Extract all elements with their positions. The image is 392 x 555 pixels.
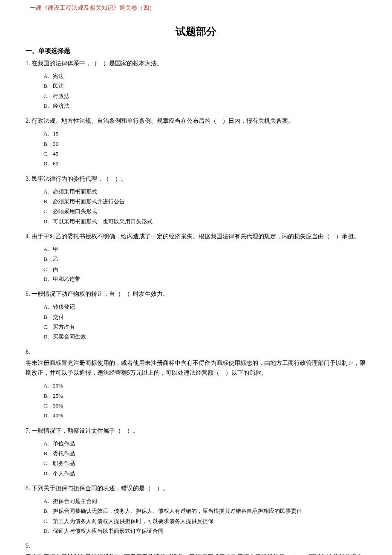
option-item: B.民法 <box>43 81 366 91</box>
option-label: D. <box>43 332 53 341</box>
option-label: D. <box>43 217 53 226</box>
option-label: C. <box>43 401 53 410</box>
option-item: D.40% <box>43 410 366 420</box>
option-text: 必须采用书面形式并进行公告 <box>53 198 125 205</box>
option-item: B.乙 <box>43 254 366 264</box>
option-item: B.25% <box>43 391 366 401</box>
option-text: 保证人与债权人应当以书面形式订立保证合同 <box>53 528 164 534</box>
option-label: D. <box>43 101 53 111</box>
option-text: 乙 <box>53 256 58 262</box>
option-label: B. <box>43 448 53 458</box>
question-text: 甲市政工程公司计划向乙银行贷款300万元用于购置机械设备，乙银行要求甲市政工程公… <box>26 552 366 555</box>
option-label: D. <box>43 468 53 478</box>
option-label: A. <box>43 244 53 254</box>
option-text: 买卖合同生效 <box>53 333 86 340</box>
option-item: B.30 <box>43 139 366 149</box>
option-item: C.职务作品 <box>43 458 366 468</box>
option-label: C. <box>43 149 53 159</box>
option-item: A.宪法 <box>43 71 366 81</box>
option-item: D.经济法 <box>43 101 366 111</box>
option-item: A.15 <box>43 129 366 139</box>
question-text: 将未注册商标冒充注册商标使用的，或者使用未注册商标中含有不得作为商标使用标志的，… <box>26 358 366 379</box>
option-label: B. <box>43 81 53 91</box>
options-list: A.转移登记B.交付C.买方占有D.买卖合同生效 <box>26 302 366 342</box>
option-item: D.可以采用书面形式，也可以采用口头形式 <box>43 217 366 226</box>
question-item: 3. 民事法律行为的委托代理，（ ）。A.必须采用书面形式B.必须采用书面形式并… <box>26 174 366 226</box>
option-label: B. <box>43 506 53 516</box>
option-label: A. <box>43 381 53 390</box>
option-text: 第三人为债务人向债权人提供担保时，可以要求债务人提供反担保 <box>53 518 213 524</box>
option-label: B. <box>43 197 53 206</box>
option-item: D.个人作品 <box>43 468 366 478</box>
option-text: 甲 <box>53 246 58 252</box>
option-text: 转移登记 <box>53 304 75 310</box>
option-text: 25% <box>53 393 63 399</box>
question-number: 9. <box>26 541 366 551</box>
option-item: A.必须采用书面形式 <box>43 187 366 197</box>
option-label: A. <box>43 496 53 506</box>
options-list: A.必须采用书面形式B.必须采用书面形式并进行公告C.必须采用口头形式D.可以采… <box>26 187 366 227</box>
option-item: B.委托作品 <box>43 448 366 458</box>
main-title: 试题部分 <box>26 25 366 38</box>
question-item: 2. 行政法规、地方性法规、自治条例和单行条例、规章应当在公布后的（ ）日内，报… <box>26 116 366 168</box>
option-text: 职务作品 <box>53 460 75 466</box>
options-list: A.宪法B.民法C.行政法D.经济法 <box>26 71 366 111</box>
option-text: 行政法 <box>53 93 69 99</box>
option-item: C.行政法 <box>43 91 366 101</box>
option-item: C.第三人为债务人向债权人提供担保时，可以要求债务人提供反担保 <box>43 516 366 526</box>
option-label: B. <box>43 254 53 264</box>
option-item: A.甲 <box>43 244 366 254</box>
option-item: A.20% <box>43 381 366 390</box>
question-text: 4. 由于甲对乙的委托书授权不明确，给丙造成了一定的经济损失。根据我国法律有关代… <box>26 231 366 242</box>
option-item: C.30% <box>43 401 366 410</box>
option-label: C. <box>43 264 53 274</box>
option-label: C. <box>43 516 53 526</box>
option-label: C. <box>43 322 53 332</box>
option-item: B.担保合同被确认无效后，债务人、担保人、债权人有过错的，应当根据其过错各自承担… <box>43 506 366 516</box>
document-header: 一建《建设工程法规及相关知识》通关卷（四） <box>30 4 366 12</box>
question-number: 6. <box>26 347 366 357</box>
option-text: 40% <box>53 412 63 419</box>
option-label: A. <box>43 439 53 448</box>
option-text: 必须采用书面形式 <box>53 188 97 195</box>
option-item: A.单位作品 <box>43 439 366 448</box>
question-text: 7. 一般情况下，勘察设计文件属于（ ）。 <box>26 426 366 436</box>
option-item: D.买卖合同生效 <box>43 332 366 341</box>
option-item: B.必须采用书面形式并进行公告 <box>43 197 366 206</box>
option-label: A. <box>43 71 53 81</box>
option-text: 60 <box>53 160 58 167</box>
option-item: D.60 <box>43 159 366 168</box>
options-list: A.15B.30C.45D.60 <box>26 129 366 169</box>
question-text: 2. 行政法规、地方性法规、自治条例和单行条例、规章应当在公布后的（ ）日内，报… <box>26 116 366 126</box>
option-text: 买方占有 <box>53 324 75 330</box>
option-item: C.必须采用口头形式 <box>43 206 366 216</box>
question-item: 6.将未注册商标冒充注册商标使用的，或者使用未注册商标中含有不得作为商标使用标志… <box>26 347 366 421</box>
option-text: 交付 <box>53 314 64 320</box>
option-text: 单位作品 <box>53 440 75 447</box>
question-item: 8. 下列关于担保与担保合同的表述，错误的是（ ）。A.担保合同是主合同B.担保… <box>26 483 366 536</box>
questions-list: 1. 在我国的法律体系中，（ ）是国家的根本大法。A.宪法B.民法C.行政法D.… <box>26 58 366 555</box>
option-label: C. <box>43 206 53 216</box>
option-text: 15 <box>53 130 58 137</box>
option-item: D.保证人与债权人应当以书面形式订立保证合同 <box>43 526 366 536</box>
option-label: D. <box>43 410 53 420</box>
option-label: D. <box>43 159 53 168</box>
option-text: 民法 <box>53 83 64 89</box>
question-item: 1. 在我国的法律体系中，（ ）是国家的根本大法。A.宪法B.民法C.行政法D.… <box>26 58 366 111</box>
option-item: C.45 <box>43 149 366 159</box>
question-item: 9.甲市政工程公司计划向乙银行贷款300万元用于购置机械设备，乙银行要求甲市政工… <box>26 541 366 555</box>
option-text: 委托作品 <box>53 450 75 457</box>
option-text: 个人作品 <box>53 470 75 477</box>
option-text: 45 <box>53 150 58 157</box>
options-list: A.担保合同是主合同B.担保合同被确认无效后，债务人、担保人、债权人有过错的，应… <box>26 496 366 536</box>
option-text: 宪法 <box>53 73 64 79</box>
option-label: B. <box>43 312 53 322</box>
option-item: A.担保合同是主合同 <box>43 496 366 506</box>
option-item: A.转移登记 <box>43 302 366 312</box>
option-item: C.买方占有 <box>43 322 366 332</box>
option-item: B.交付 <box>43 312 366 322</box>
option-label: B. <box>43 391 53 401</box>
section-heading: 一、单项选择题 <box>26 47 366 55</box>
option-label: D. <box>43 526 53 536</box>
option-text: 可以采用书面形式，也可以采用口头形式 <box>53 218 153 225</box>
